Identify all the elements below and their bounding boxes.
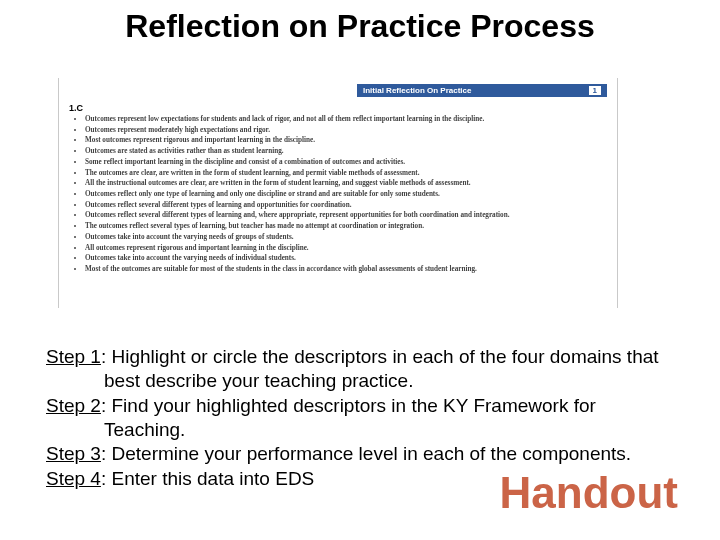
section-code: 1.C	[69, 103, 607, 113]
page-title: Reflection on Practice Process	[0, 8, 720, 45]
step-label: Step 1	[46, 346, 101, 367]
step-text: : Find your highlighted descriptors in t…	[101, 395, 596, 440]
list-item: Outcomes reflect several different types…	[85, 201, 607, 211]
descriptor-list: Outcomes represent low expectations for …	[69, 115, 607, 275]
doc-header: Initial Reflection On Practice 1	[357, 84, 607, 97]
step-2: Step 2: Find your highlighted descriptor…	[46, 394, 674, 443]
step-label: Step 3	[46, 443, 101, 464]
doc-header-number: 1	[589, 86, 601, 95]
step-text: : Determine your performance level in ea…	[101, 443, 631, 464]
list-item: Outcomes represent moderately high expec…	[85, 126, 607, 136]
embedded-document: Initial Reflection On Practice 1 1.C Out…	[58, 78, 618, 308]
step-label: Step 4	[46, 468, 101, 489]
list-item: Most outcomes represent rigorous and imp…	[85, 136, 607, 146]
list-item: All outcomes represent rigorous and impo…	[85, 244, 607, 254]
list-item: Some reflect important learning in the d…	[85, 158, 607, 168]
list-item: Most of the outcomes are suitable for mo…	[85, 265, 607, 275]
doc-header-label: Initial Reflection On Practice	[363, 86, 471, 95]
step-text: : Enter this data into EDS	[101, 468, 314, 489]
handout-stamp: Handout	[500, 468, 678, 518]
step-1: Step 1: Highlight or circle the descript…	[46, 345, 674, 394]
list-item: Outcomes represent low expectations for …	[85, 115, 607, 125]
list-item: Outcomes take into account the varying n…	[85, 233, 607, 243]
list-item: All the instructional outcomes are clear…	[85, 179, 607, 189]
step-3: Step 3: Determine your performance level…	[46, 442, 674, 466]
list-item: The outcomes are clear, are written in t…	[85, 169, 607, 179]
slide: Reflection on Practice Process Initial R…	[0, 0, 720, 540]
list-item: The outcomes reflect several types of le…	[85, 222, 607, 232]
step-label: Step 2	[46, 395, 101, 416]
list-item: Outcomes are stated as activities rather…	[85, 147, 607, 157]
list-item: Outcomes take into account the varying n…	[85, 254, 607, 264]
step-text: : Highlight or circle the descriptors in…	[101, 346, 659, 391]
list-item: Outcomes reflect several different types…	[85, 211, 607, 221]
list-item: Outcomes reflect only one type of learni…	[85, 190, 607, 200]
